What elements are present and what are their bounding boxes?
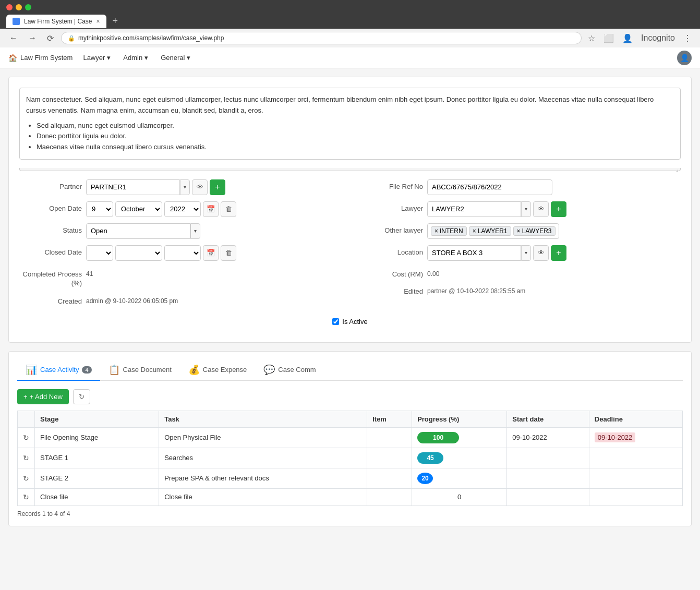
tabs-nav: 📊 Case Activity 4 📋 Case Document 💰 Case… [17,360,683,381]
add-new-label: + Add New [30,393,63,401]
case-comm-tab-label: Case Comm [278,366,316,374]
progress-cell-row1: 100 [412,427,507,448]
created-label: Created [19,294,82,305]
is-active-label: Is Active [342,318,367,326]
lawyer-view-btn[interactable]: 👁 [533,201,549,217]
description-bullet-3: Maecenas vitae nulla consequat libero cu… [37,142,674,153]
maximize-button[interactable] [25,4,31,10]
profile-button[interactable]: 👤 [620,32,635,44]
status-dropdown-btn[interactable]: ▾ [190,223,200,239]
deadline-cell-row3 [589,468,682,488]
table-row: ↻ STAGE 2 Prepare SPA & other relevant d… [18,468,683,488]
task-cell-row2: Searches [159,448,367,468]
open-date-day-select[interactable]: 9 [86,201,113,217]
closed-date-year-select[interactable] [164,245,201,261]
reload-button[interactable]: ⟳ [44,32,57,44]
open-date-calendar-btn[interactable]: 📅 [203,201,219,217]
address-bar[interactable]: 🔒 mythinkpositive.com/samples/lawfirm/ca… [61,32,582,44]
status-control: ▾ [86,223,200,239]
tab-case-expense[interactable]: 💰 Case Expense [180,360,256,381]
open-date-clear-btn[interactable]: 🗑 [221,201,236,217]
close-button[interactable] [6,4,13,10]
partner-input[interactable] [86,179,180,195]
partner-select-wrapper: ▾ [86,179,190,195]
forward-button[interactable]: → [25,32,40,44]
tab-close-button[interactable]: × [96,18,100,25]
edit-icon-row3[interactable]: ↻ [23,474,29,483]
app-navbar: 🏠 Law Firm System Lawyer ▾ Admin ▾ Gener… [0,47,700,68]
minimize-button[interactable] [16,4,22,10]
start-date-cell-row3 [507,468,589,488]
file-ref-input[interactable] [427,179,552,195]
tab-case-document[interactable]: 📋 Case Document [100,360,180,381]
home-link[interactable]: 🏠 Law Firm System [8,54,73,62]
is-active-checkbox[interactable] [332,318,339,325]
tab-case-activity[interactable]: 📊 Case Activity 4 [17,360,100,381]
location-select-wrapper: ▾ [427,245,531,261]
stage-cell-row2: STAGE 1 [35,448,159,468]
user-avatar[interactable]: 👤 [677,51,692,65]
refresh-button[interactable]: ↻ [73,389,90,404]
lawyer-dropdown-btn[interactable]: ▾ [521,201,531,217]
menu-button[interactable]: ⋮ [681,32,694,44]
progress-bar-row3: 20 [417,473,433,484]
open-date-year-select[interactable]: 2022 [164,201,201,217]
cost-value: 0.00 [427,267,439,278]
col-task: Task [159,411,367,427]
closed-date-day-select[interactable] [86,245,113,261]
new-tab-button[interactable]: + [108,14,123,29]
incognito-label[interactable]: Incognito [639,32,677,44]
edit-icon-row1[interactable]: ↻ [23,434,29,442]
add-new-button[interactable]: + + Add New [17,389,69,404]
partner-view-btn[interactable]: 👁 [192,179,208,195]
start-date-cell-row2 [507,448,589,468]
progress-cell-row4: 0 [412,488,507,505]
edit-icon-row4[interactable]: ↻ [23,493,29,501]
status-select-wrapper: ▾ [86,223,200,239]
tag-remove-intern[interactable]: × [435,227,438,235]
nav-general[interactable]: General ▾ [159,54,192,62]
progress-cell-row3: 20 [412,468,507,488]
tab-case-comm[interactable]: 💬 Case Comm [255,360,324,381]
browser-tab[interactable]: Law Firm System | Case × [6,15,106,28]
closed-date-calendar-btn[interactable]: 📅 [203,245,219,261]
partner-label: Partner [19,179,82,190]
partner-add-btn[interactable]: + [210,179,225,195]
cost-control: 0.00 [427,267,439,278]
stage-cell-row1: File Opening Stage [35,427,159,448]
case-activity-tab-label: Case Activity [40,366,79,374]
open-date-month-select[interactable]: October [115,201,162,217]
closed-date-label: Closed Date [19,245,82,256]
nav-lawyer[interactable]: Lawyer ▾ [81,54,113,62]
partner-dropdown-btn[interactable]: ▾ [180,179,190,195]
nav-admin[interactable]: Admin ▾ [121,54,150,62]
tag-remove-lawyer1[interactable]: × [473,227,476,235]
location-add-btn[interactable]: + [551,245,566,261]
location-dropdown-btn[interactable]: ▾ [521,245,531,261]
lock-icon: 🔒 [68,35,75,42]
location-view-btn[interactable]: 👁 [533,245,549,261]
closed-date-control: 📅 🗑 [86,245,236,261]
case-expense-tab-label: Case Expense [203,366,247,374]
back-button[interactable]: ← [6,32,21,44]
col-stage: Stage [35,411,159,427]
tag-remove-lawyer3[interactable]: × [517,227,521,235]
lawyer-add-btn[interactable]: + [551,201,566,217]
other-lawyer-row: Other lawyer × INTERN × LAWYER1 [360,223,681,239]
status-input[interactable] [86,223,190,239]
task-cell-row1: Open Physical File [159,427,367,448]
form-left-col: Partner ▾ 👁 + Open Date [19,179,340,311]
closed-date-clear-btn[interactable]: 🗑 [221,245,236,261]
split-view-button[interactable]: ⬜ [601,32,616,44]
item-cell-row4 [367,488,412,505]
location-input[interactable] [427,245,521,261]
progress-bar-row1: 100 [417,432,459,443]
closed-date-month-select[interactable] [115,245,162,261]
col-edit [18,411,35,427]
bookmark-button[interactable]: ☆ [586,32,597,44]
description-area[interactable]: Nam consectetuer. Sed aliquam, nunc eget… [19,88,681,160]
table-actions: + + Add New ↻ [17,389,683,404]
edit-icon-row2[interactable]: ↻ [23,454,29,462]
lawyer-input[interactable] [427,201,521,217]
task-cell-row4: Close file [159,488,367,505]
